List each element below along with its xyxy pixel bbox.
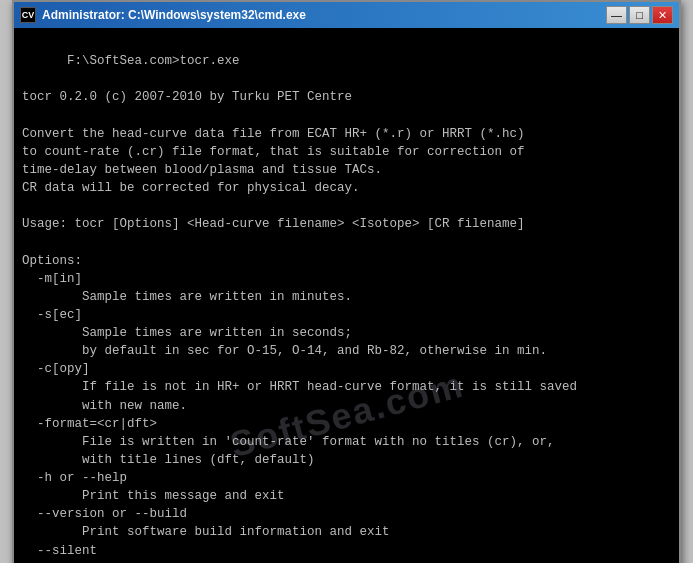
terminal-content: F:\SoftSea.com>tocr.exe tocr 0.2.0 (c) 2…: [22, 34, 671, 563]
terminal-body: F:\SoftSea.com>tocr.exe tocr 0.2.0 (c) 2…: [14, 28, 679, 563]
window-icon: CV: [20, 7, 36, 23]
window-icon-label: CV: [22, 10, 35, 20]
prompt-line: F:\SoftSea.com>tocr.exe: [67, 54, 240, 68]
title-bar: CV Administrator: C:\Windows\system32\cm…: [14, 2, 679, 28]
maximize-button[interactable]: □: [629, 6, 650, 24]
minimize-button[interactable]: —: [606, 6, 627, 24]
terminal-output: tocr 0.2.0 (c) 2007-2010 by Turku PET Ce…: [22, 90, 577, 563]
window-title: Administrator: C:\Windows\system32\cmd.e…: [42, 8, 306, 22]
title-bar-left: CV Administrator: C:\Windows\system32\cm…: [20, 7, 306, 23]
cmd-window: CV Administrator: C:\Windows\system32\cm…: [12, 0, 681, 563]
close-button[interactable]: ✕: [652, 6, 673, 24]
window-controls: — □ ✕: [606, 6, 673, 24]
